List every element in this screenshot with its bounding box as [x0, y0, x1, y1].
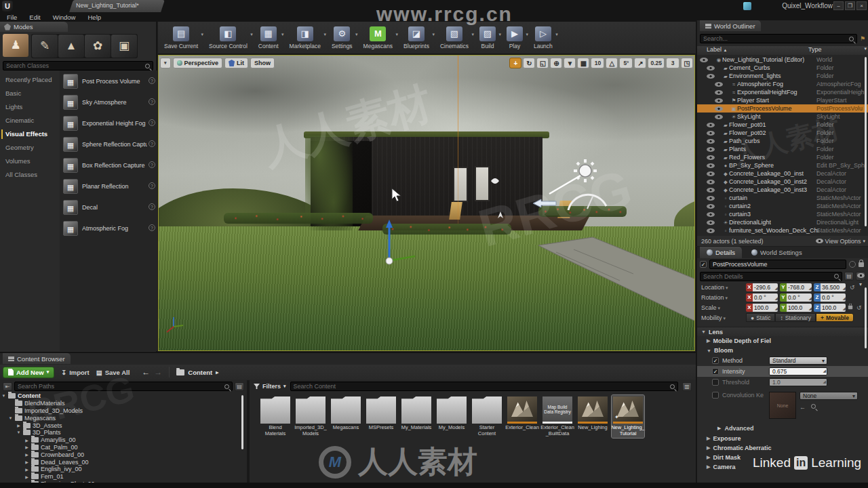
grid-snap-value[interactable]: 10: [591, 58, 604, 68]
content-browser-tab[interactable]: Content Browser: [3, 353, 71, 364]
expander-icon[interactable]: [8, 416, 13, 420]
toolbar-button[interactable]: ◨ Marketplace ▾: [288, 25, 323, 51]
actor-label[interactable]: Concrete_Leakage_00_inst2: [729, 178, 807, 185]
toolbar-button[interactable]: ⚙ Settings ▾: [330, 25, 355, 51]
expander-icon[interactable]: [24, 452, 29, 457]
toolbar-button[interactable]: ▦ Content ▾: [256, 25, 281, 51]
expander-icon[interactable]: [16, 423, 21, 428]
tree-folder-label[interactable]: Megascans: [24, 415, 56, 422]
actor-label[interactable]: Flower_pot01: [729, 121, 766, 128]
visibility-eye-icon[interactable]: [707, 212, 715, 217]
tree-folder-label[interactable]: Amaryllis_00: [41, 436, 76, 443]
asset-tile[interactable]: MSPresets: [365, 395, 397, 438]
visibility-eye-icon[interactable]: [707, 139, 715, 144]
convolution-thumbnail[interactable]: None: [769, 392, 796, 419]
expander-icon[interactable]: [24, 445, 29, 449]
expander-icon[interactable]: [24, 438, 29, 443]
scale-snap-button[interactable]: ↗: [634, 58, 646, 68]
save-search-button[interactable]: ▥: [682, 382, 692, 391]
search-paths-input[interactable]: Search Paths: [14, 382, 233, 391]
rotation-x[interactable]: X0.0 °: [746, 293, 778, 302]
tree-folder-label[interactable]: Crownbeard_00: [41, 451, 84, 458]
outliner-row[interactable]: ▰ Flower_pot01 Folder: [697, 121, 868, 129]
back-button[interactable]: ←: [142, 367, 150, 377]
toolbar-button[interactable]: ▨ Build ▾: [477, 25, 498, 51]
menu-item[interactable]: Window: [52, 14, 77, 21]
use-selected-asset-icon[interactable]: ←: [800, 404, 806, 411]
editor-gizmos[interactable]: [159, 56, 695, 351]
rotation-snap-button[interactable]: △: [606, 58, 618, 68]
tree-folder-label[interactable]: English_ivy_00: [41, 466, 82, 472]
show-button[interactable]: Show: [250, 58, 275, 68]
asset-tile[interactable]: Map Build Data Registry Exterior_Clean _…: [541, 395, 574, 438]
dropdown-caret-icon[interactable]: ▾: [323, 32, 326, 37]
search-classes-input[interactable]: Search Classes: [3, 61, 153, 70]
outliner-row[interactable]: ▰ Plants Folder: [697, 145, 868, 153]
asset-tile[interactable]: My_Models: [435, 395, 468, 438]
expander-icon[interactable]: [24, 467, 29, 472]
asset-tile[interactable]: Starter Content: [471, 395, 503, 438]
actor-label[interactable]: furniture_set_Wooden_Deck_Chair: [729, 227, 818, 234]
actor-label[interactable]: Concrete_Leakage_00_inst3: [729, 186, 807, 193]
location-z[interactable]: Z36.500: [814, 283, 846, 291]
level-tab-label[interactable]: New_Lighting_Tutorial*: [76, 2, 139, 9]
sources-view-button[interactable]: ▤: [235, 382, 244, 391]
asset-tile[interactable]: ✦ New_Lighting_ Tutorial: [612, 395, 644, 438]
outliner-row[interactable]: ▫ furniture_set_Wooden_Deck_Chair Static…: [697, 226, 868, 235]
outliner-scrollbar[interactable]: [865, 57, 867, 226]
help-badge-icon[interactable]: ?: [149, 98, 155, 105]
actor-label[interactable]: New_Lighting_Tutorial (Editor): [722, 56, 804, 63]
dropdown-caret-icon[interactable]: ▾: [555, 32, 558, 37]
menu-item[interactable]: Edit: [28, 14, 41, 21]
actor-label[interactable]: BP_Sky_Sphere: [729, 162, 774, 169]
visibility-eye-icon[interactable]: [715, 106, 723, 111]
actor-label[interactable]: Path_curbs: [729, 138, 760, 144]
dropdown-caret-icon[interactable]: ▾: [250, 32, 253, 37]
surface-snap-button[interactable]: ▼: [564, 58, 576, 68]
actor-label[interactable]: Concrete_Leakage_00_inst: [729, 170, 804, 177]
world-outliner-tab[interactable]: World Outliner: [700, 20, 761, 31]
method-dropdown[interactable]: Standard: [769, 357, 827, 365]
outliner-row[interactable]: ▰ Environment_lights Folder: [697, 72, 868, 80]
reset-scale-icon[interactable]: ↺: [856, 304, 862, 311]
details-search-input[interactable]: Search Details: [700, 272, 842, 281]
tree-row[interactable]: 3D_Assets: [0, 422, 247, 429]
tree-row[interactable]: Fern_01: [0, 473, 247, 481]
intensity-field[interactable]: 0.675: [769, 367, 827, 375]
place-actor-item[interactable]: ▦ Sphere Reflection Captur ?: [60, 134, 157, 155]
toolbar-button[interactable]: ▶ Play ▾: [505, 25, 525, 51]
toolbar-button[interactable]: ▷ Launch ▾: [532, 25, 555, 51]
visibility-eye-icon[interactable]: [715, 98, 723, 103]
forward-button[interactable]: →: [154, 367, 162, 377]
tree-row[interactable]: Content: [0, 392, 247, 400]
actor-label[interactable]: curtain3: [729, 211, 751, 218]
visibility-eye-icon[interactable]: [707, 220, 715, 225]
toolbar-button[interactable]: ▤ Save Current ▾: [162, 25, 200, 51]
visibility-eye-icon[interactable]: [707, 180, 715, 184]
asset-tile[interactable]: Exterior_Clean: [506, 395, 538, 438]
scale-y[interactable]: Y100.0: [780, 304, 812, 312]
toolbar-button[interactable]: ▧ Cinematics ▾: [438, 25, 471, 51]
actor-label[interactable]: Cement_Curbs: [729, 64, 770, 71]
location-y[interactable]: Y-768.0: [780, 283, 812, 291]
viewport[interactable]: 人人素材 RRCG ▾ Perspective Lit Show + ↻ ◱ ⊕…: [158, 55, 695, 351]
asset-tile[interactable]: Imported_3D_ Models: [294, 395, 327, 438]
actor-label[interactable]: curtain2: [729, 203, 751, 209]
modes-category[interactable]: Cinematic: [0, 114, 58, 127]
dropdown-caret-icon[interactable]: ▾: [432, 32, 435, 37]
dropdown-caret-icon[interactable]: ▾: [355, 32, 358, 37]
visibility-eye-icon[interactable]: [707, 171, 715, 176]
display-filter-button[interactable]: ▾: [856, 272, 865, 281]
type-column-header[interactable]: Type: [808, 46, 856, 55]
mobility-stationary-button[interactable]: ↕Stationary: [775, 313, 816, 322]
move-tool-button[interactable]: +: [509, 58, 521, 68]
location-label[interactable]: Location: [701, 284, 746, 291]
visibility-eye-icon[interactable]: [700, 58, 708, 62]
tree-scrollbar[interactable]: [241, 395, 243, 449]
visibility-eye-icon[interactable]: [715, 90, 723, 95]
tree-folder-label[interactable]: 3D_Assets: [33, 422, 62, 429]
outliner-row[interactable]: ▫ curtain2 StaticMeshActor: [697, 202, 868, 210]
tree-row[interactable]: English_ivy_00: [0, 466, 247, 473]
outliner-row[interactable]: ◆ Concrete_Leakage_00_inst DecalActor: [697, 169, 868, 178]
help-badge-icon[interactable]: ?: [149, 182, 155, 189]
